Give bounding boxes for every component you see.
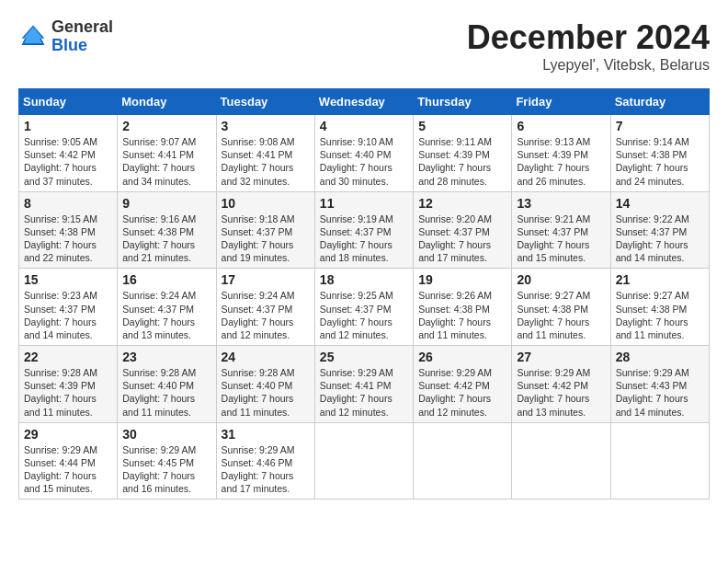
day-info: Sunrise: 9:14 AMSunset: 4:38 PMDaylight:…	[616, 135, 704, 188]
week-row-5: 29Sunrise: 9:29 AMSunset: 4:44 PMDayligh…	[19, 422, 710, 500]
day-info: Sunrise: 9:18 AMSunset: 4:37 PMDaylight:…	[222, 213, 310, 265]
day-number: 9	[122, 196, 210, 211]
title-block: December 2024 Lyepyel', Vitebsk, Belarus	[467, 18, 710, 74]
calendar-cell: 23Sunrise: 9:28 AMSunset: 4:40 PMDayligh…	[118, 346, 216, 423]
calendar-cell: 21Sunrise: 9:27 AMSunset: 4:38 PMDayligh…	[610, 269, 709, 346]
day-number: 10	[222, 196, 310, 211]
day-info: Sunrise: 9:29 AMSunset: 4:45 PMDaylight:…	[122, 443, 210, 496]
calendar-cell: 25Sunrise: 9:29 AMSunset: 4:41 PMDayligh…	[314, 346, 413, 423]
day-info: Sunrise: 9:05 AMSunset: 4:42 PMDaylight:…	[24, 135, 112, 188]
calendar-cell	[314, 422, 413, 500]
calendar-cell: 14Sunrise: 9:22 AMSunset: 4:37 PMDayligh…	[610, 191, 709, 269]
calendar-cell: 4Sunrise: 9:10 AMSunset: 4:40 PMDaylight…	[314, 115, 413, 192]
day-info: Sunrise: 9:29 AMSunset: 4:41 PMDaylight:…	[320, 366, 408, 419]
header-saturday: Saturday	[610, 89, 709, 115]
day-info: Sunrise: 9:13 AMSunset: 4:39 PMDaylight:…	[517, 135, 605, 188]
calendar-cell: 13Sunrise: 9:21 AMSunset: 4:37 PMDayligh…	[512, 191, 610, 269]
logo-icon	[18, 22, 48, 52]
calendar-cell: 8Sunrise: 9:15 AMSunset: 4:38 PMDaylight…	[19, 191, 118, 269]
calendar-cell: 9Sunrise: 9:16 AMSunset: 4:38 PMDaylight…	[118, 191, 216, 269]
svg-marker-1	[23, 27, 42, 43]
calendar-cell: 28Sunrise: 9:29 AMSunset: 4:43 PMDayligh…	[610, 346, 709, 423]
calendar-cell: 10Sunrise: 9:18 AMSunset: 4:37 PMDayligh…	[216, 191, 314, 269]
day-number: 13	[517, 196, 605, 211]
calendar-cell: 2Sunrise: 9:07 AMSunset: 4:41 PMDaylight…	[118, 115, 216, 192]
day-number: 2	[122, 119, 210, 133]
day-number: 18	[320, 272, 408, 287]
calendar-cell: 30Sunrise: 9:29 AMSunset: 4:45 PMDayligh…	[118, 422, 216, 500]
calendar-table: SundayMondayTuesdayWednesdayThursdayFrid…	[18, 88, 710, 500]
calendar-cell: 18Sunrise: 9:25 AMSunset: 4:37 PMDayligh…	[314, 269, 413, 346]
calendar-body: 1Sunrise: 9:05 AMSunset: 4:42 PMDaylight…	[19, 115, 710, 500]
calendar-cell: 29Sunrise: 9:29 AMSunset: 4:44 PMDayligh…	[19, 422, 118, 500]
day-number: 20	[517, 272, 605, 287]
logo: General Blue	[18, 18, 113, 55]
calendar-cell: 20Sunrise: 9:27 AMSunset: 4:38 PMDayligh…	[512, 269, 610, 346]
calendar-cell: 16Sunrise: 9:24 AMSunset: 4:37 PMDayligh…	[118, 269, 216, 346]
calendar-cell: 17Sunrise: 9:24 AMSunset: 4:37 PMDayligh…	[216, 269, 314, 346]
day-info: Sunrise: 9:25 AMSunset: 4:37 PMDaylight:…	[320, 289, 408, 341]
day-info: Sunrise: 9:28 AMSunset: 4:40 PMDaylight:…	[122, 366, 210, 419]
day-info: Sunrise: 9:27 AMSunset: 4:38 PMDaylight:…	[616, 289, 704, 341]
header-thursday: Thursday	[414, 89, 512, 115]
day-info: Sunrise: 9:07 AMSunset: 4:41 PMDaylight:…	[122, 135, 210, 188]
day-info: Sunrise: 9:08 AMSunset: 4:41 PMDaylight:…	[222, 135, 310, 188]
day-info: Sunrise: 9:29 AMSunset: 4:46 PMDaylight:…	[222, 443, 310, 496]
week-row-1: 1Sunrise: 9:05 AMSunset: 4:42 PMDaylight…	[19, 115, 710, 192]
day-info: Sunrise: 9:11 AMSunset: 4:39 PMDaylight:…	[418, 135, 506, 188]
day-info: Sunrise: 9:19 AMSunset: 4:37 PMDaylight:…	[320, 213, 408, 265]
day-number: 25	[320, 350, 408, 364]
calendar-cell: 6Sunrise: 9:13 AMSunset: 4:39 PMDaylight…	[512, 115, 610, 192]
calendar-header: SundayMondayTuesdayWednesdayThursdayFrid…	[19, 89, 710, 115]
day-info: Sunrise: 9:29 AMSunset: 4:43 PMDaylight:…	[616, 366, 704, 419]
day-number: 1	[24, 119, 112, 133]
day-number: 15	[24, 272, 112, 287]
day-number: 31	[222, 427, 310, 442]
day-info: Sunrise: 9:28 AMSunset: 4:39 PMDaylight:…	[24, 366, 112, 419]
day-info: Sunrise: 9:29 AMSunset: 4:42 PMDaylight:…	[517, 366, 605, 419]
day-info: Sunrise: 9:28 AMSunset: 4:40 PMDaylight:…	[222, 366, 310, 419]
calendar-cell	[512, 422, 610, 500]
calendar-cell: 3Sunrise: 9:08 AMSunset: 4:41 PMDaylight…	[216, 115, 314, 192]
day-info: Sunrise: 9:24 AMSunset: 4:37 PMDaylight:…	[222, 289, 310, 341]
month-title: December 2024	[467, 18, 710, 57]
calendar-cell: 26Sunrise: 9:29 AMSunset: 4:42 PMDayligh…	[414, 346, 512, 423]
calendar-cell: 24Sunrise: 9:28 AMSunset: 4:40 PMDayligh…	[216, 346, 314, 423]
day-number: 8	[24, 196, 112, 211]
week-row-2: 8Sunrise: 9:15 AMSunset: 4:38 PMDaylight…	[19, 191, 710, 269]
header-friday: Friday	[512, 89, 610, 115]
day-info: Sunrise: 9:29 AMSunset: 4:42 PMDaylight:…	[418, 366, 506, 419]
calendar-cell: 27Sunrise: 9:29 AMSunset: 4:42 PMDayligh…	[512, 346, 610, 423]
day-number: 11	[320, 196, 408, 211]
calendar-cell: 22Sunrise: 9:28 AMSunset: 4:39 PMDayligh…	[19, 346, 118, 423]
calendar-cell: 7Sunrise: 9:14 AMSunset: 4:38 PMDaylight…	[610, 115, 709, 192]
header-monday: Monday	[118, 89, 216, 115]
location-subtitle: Lyepyel', Vitebsk, Belarus	[467, 57, 710, 74]
calendar-cell: 12Sunrise: 9:20 AMSunset: 4:37 PMDayligh…	[414, 191, 512, 269]
day-info: Sunrise: 9:15 AMSunset: 4:38 PMDaylight:…	[24, 213, 112, 265]
day-number: 14	[616, 196, 704, 211]
day-number: 17	[222, 272, 310, 287]
day-number: 16	[122, 272, 210, 287]
day-number: 7	[616, 119, 704, 133]
day-number: 24	[222, 350, 310, 364]
calendar-cell	[610, 422, 709, 500]
calendar-cell: 11Sunrise: 9:19 AMSunset: 4:37 PMDayligh…	[314, 191, 413, 269]
calendar-cell	[414, 422, 512, 500]
day-info: Sunrise: 9:29 AMSunset: 4:44 PMDaylight:…	[24, 443, 112, 496]
day-info: Sunrise: 9:26 AMSunset: 4:38 PMDaylight:…	[418, 289, 506, 341]
day-number: 26	[418, 350, 506, 364]
day-number: 19	[418, 272, 506, 287]
day-info: Sunrise: 9:21 AMSunset: 4:37 PMDaylight:…	[517, 213, 605, 265]
day-number: 23	[122, 350, 210, 364]
header-wednesday: Wednesday	[314, 89, 413, 115]
day-number: 28	[616, 350, 704, 364]
calendar-cell: 15Sunrise: 9:23 AMSunset: 4:37 PMDayligh…	[19, 269, 118, 346]
header-tuesday: Tuesday	[216, 89, 314, 115]
day-number: 29	[24, 427, 112, 442]
header-sunday: Sunday	[19, 89, 118, 115]
week-row-4: 22Sunrise: 9:28 AMSunset: 4:39 PMDayligh…	[19, 346, 710, 423]
day-number: 5	[418, 119, 506, 133]
day-number: 3	[222, 119, 310, 133]
day-number: 27	[517, 350, 605, 364]
